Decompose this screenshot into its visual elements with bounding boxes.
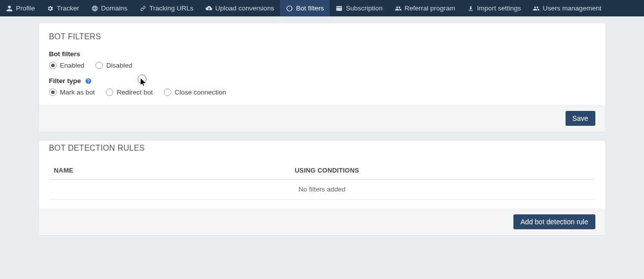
nav-label: Users management	[543, 4, 601, 12]
panel-title: BOT FILTERS	[49, 32, 595, 41]
rules-panel-footer: Add bot detection rule	[39, 208, 605, 235]
radio-label: Mark as bot	[60, 89, 95, 96]
nav-label: Profile	[16, 4, 35, 12]
nav-tracking-urls[interactable]: Tracking URLs	[134, 0, 200, 16]
globe-icon	[91, 5, 98, 12]
nav-label: Upload conversions	[215, 4, 275, 12]
radio-label: Close connection	[175, 89, 226, 96]
nav-label: Import settings	[477, 4, 521, 12]
rules-empty-state: No filters added	[49, 180, 595, 199]
cloud-upload-icon	[206, 5, 213, 12]
radio-label: Enabled	[60, 62, 85, 69]
column-name: NAME	[49, 167, 295, 174]
bot-filters-label: Bot filters	[49, 50, 595, 58]
panel-title: BOT DETECTION RULES	[49, 144, 595, 153]
nav-tracker[interactable]: Tracker	[41, 0, 85, 16]
nav-referral[interactable]: Referral program	[389, 0, 461, 16]
radio-redirect-bot[interactable]: Redirect bot	[106, 89, 153, 96]
nav-label: Tracker	[57, 4, 79, 12]
nav-upload-conversions[interactable]: Upload conversions	[200, 0, 281, 16]
radio-icon	[49, 89, 57, 96]
nav-bot-filters[interactable]: Bot filters	[280, 0, 330, 16]
radio-label: Redirect bot	[117, 89, 153, 96]
nav-subscription[interactable]: Subscription	[330, 0, 388, 16]
radio-mark-as-bot[interactable]: Mark as bot	[49, 89, 95, 96]
nav-import-settings[interactable]: Import settings	[461, 0, 527, 16]
bot-rules-panel: BOT DETECTION RULES NAME USING CONDITION…	[39, 141, 605, 235]
page-content: BOT FILTERS Bot filters Enabled Disabled…	[34, 23, 610, 259]
gear-icon	[47, 5, 54, 12]
radio-icon	[49, 62, 57, 69]
nav-label: Referral program	[405, 4, 455, 12]
users-icon	[395, 5, 402, 12]
radio-icon	[164, 89, 171, 96]
add-rule-button[interactable]: Add bot detection rule	[513, 214, 595, 229]
nav-label: Subscription	[346, 4, 382, 12]
top-nav: Profile Tracker Domains Tracking URLs Up…	[0, 0, 644, 16]
filter-type-radio-group: Mark as bot Redirect bot Close connectio…	[49, 89, 595, 96]
download-icon	[467, 5, 474, 12]
ban-icon	[286, 5, 293, 12]
radio-enabled[interactable]: Enabled	[49, 62, 85, 69]
nav-label: Bot filters	[296, 4, 324, 12]
radio-icon	[106, 89, 113, 96]
nav-label: Domains	[101, 4, 128, 12]
bot-filters-radio-group: Enabled Disabled	[49, 62, 595, 69]
users-cog-icon	[533, 5, 540, 12]
user-icon	[6, 5, 13, 12]
radio-close-connection[interactable]: Close connection	[164, 89, 226, 96]
nav-domains[interactable]: Domains	[85, 0, 134, 16]
help-icon[interactable]	[85, 78, 92, 85]
nav-profile[interactable]: Profile	[0, 0, 41, 16]
nav-users-management[interactable]: Users management	[527, 0, 607, 16]
filters-panel-footer: Save	[39, 105, 605, 132]
radio-disabled[interactable]: Disabled	[95, 62, 133, 69]
column-conditions: USING CONDITIONS	[295, 167, 595, 174]
nav-label: Tracking URLs	[149, 4, 194, 12]
credit-card-icon	[336, 5, 343, 12]
bot-filters-panel: BOT FILTERS Bot filters Enabled Disabled…	[39, 23, 605, 132]
radio-label: Disabled	[106, 62, 133, 69]
rules-table-header: NAME USING CONDITIONS	[49, 162, 595, 180]
save-button[interactable]: Save	[566, 111, 595, 126]
radio-icon	[95, 62, 103, 69]
filter-type-label: Filter type	[49, 77, 595, 85]
link-icon	[140, 5, 146, 12]
